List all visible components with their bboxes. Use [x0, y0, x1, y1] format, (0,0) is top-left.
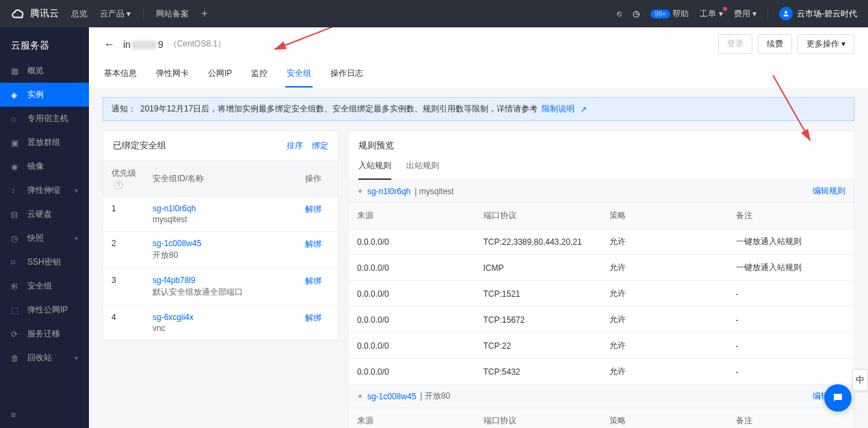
sidebar-icon: ▦ [11, 66, 21, 76]
sidebar-item-label: 快照 [27, 232, 44, 244]
sidebar-item-label: 云硬盘 [27, 209, 52, 220]
rule-group-head: ▼sg-n1l0r6qh | mysqltest编辑规则 [349, 180, 854, 203]
unbind-link[interactable]: 解绑 [305, 313, 321, 323]
sidebar-item-1[interactable]: ◈实例 [0, 83, 89, 107]
nav-divider [143, 8, 144, 19]
unbind-link[interactable]: 解绑 [305, 276, 321, 286]
chat-button[interactable] [824, 384, 852, 412]
nav-workorder[interactable]: 工单 ▾ [700, 8, 722, 20]
table-row: 4sg-6xcgii4xvnc解绑 [103, 306, 338, 340]
tab-0[interactable]: 基本信息 [103, 61, 138, 88]
sidebar-item-11[interactable]: ⟳服务迁移 [0, 322, 89, 346]
sidebar-collapse-icon[interactable]: ≡ [11, 410, 16, 420]
sort-link[interactable]: 排序 [287, 141, 303, 150]
bound-sg-panel: 已绑定安全组 排序 绑定 优先级? 安全组ID/名称 操作 1sg-n1l0r6… [103, 131, 339, 341]
sg-id-link[interactable]: sg-f4pb78l9 [153, 276, 289, 285]
tab-inbound[interactable]: 入站规则 [358, 160, 391, 180]
rule-row: 0.0.0.0/0TCP:22允许- [349, 333, 854, 359]
tab-1[interactable]: 弹性网卡 [155, 61, 190, 88]
tab-4[interactable]: 安全组 [285, 61, 313, 88]
sidebar: 云服务器 ▦概览◈实例⌂专用宿主机▣置放群组◉镜像↕弹性伸缩▾⊟云硬盘◷快照▾⌑… [0, 27, 89, 428]
unbind-link[interactable]: 解绑 [305, 204, 321, 214]
sg-id-link[interactable]: sg-1c008w45 [153, 239, 289, 248]
sidebar-icon: ↕ [11, 186, 21, 196]
login-button[interactable]: 登录 [718, 34, 752, 54]
sg-id-link[interactable]: sg-n1l0r6qh [367, 187, 410, 196]
instance-os: （CentOS8.1） [169, 38, 226, 50]
more-actions-button[interactable]: 更多操作 ▾ [798, 34, 854, 54]
renew-button[interactable]: 续费 [758, 34, 792, 54]
sidebar-item-label: 安全组 [27, 280, 52, 292]
tab-2[interactable]: 公网IP [207, 61, 233, 88]
plus-icon[interactable]: + [201, 8, 207, 20]
help-icon[interactable]: ? [114, 180, 123, 189]
top-nav: 腾讯云 总览 云产品 ▾ 网站备案 + ⎋ ◷ 99+ 帮助 工单 ▾ 费用 ▾… [0, 0, 868, 27]
table-row: 3sg-f4pb78l9默认安全组放通全部端口解绑 [103, 269, 338, 306]
sidebar-icon: 🗑 [11, 353, 21, 363]
instance-name: in9 [123, 39, 163, 50]
sidebar-item-label: 镜像 [27, 161, 44, 172]
sidebar-item-10[interactable]: ⬚弹性公网IP [0, 298, 89, 322]
nav-overview[interactable]: 总览 [71, 8, 88, 20]
nav-products[interactable]: 云产品 ▾ [100, 8, 131, 20]
back-button[interactable]: ← [101, 36, 118, 53]
group-icon[interactable]: ⎋ [617, 9, 622, 18]
sidebar-icon: ⌑ [11, 258, 21, 267]
chevron-down-icon: ▾ [75, 187, 78, 194]
rule-row: 0.0.0.0/0TCP:15672允许- [349, 307, 854, 333]
sg-id-link[interactable]: sg-1c008w45 [367, 392, 416, 401]
content: ← in9 （CentOS8.1） 登录 续费 更多操作 ▾ 基本信息弹性网卡公… [89, 27, 868, 428]
sidebar-item-2[interactable]: ⌂专用宿主机 [0, 107, 89, 131]
tab-outbound[interactable]: 出站规则 [406, 160, 439, 180]
rule-group-head: ▼sg-1c008w45 | 开放80编辑规则 [349, 385, 854, 408]
chevron-down-icon[interactable]: ▼ [357, 393, 363, 400]
sidebar-icon: ⬚ [11, 306, 21, 315]
sg-id-link[interactable]: sg-6xcgii4x [153, 312, 289, 322]
sidebar-item-3[interactable]: ▣置放群组 [0, 131, 89, 155]
chevron-down-icon: ▾ [75, 235, 78, 242]
sidebar-icon: ⟳ [11, 330, 21, 339]
sidebar-item-4[interactable]: ◉镜像 [0, 155, 89, 178]
user-menu[interactable]: 云市场-碧云时代 [779, 7, 857, 21]
sg-id-link[interactable]: sg-n1l0r6qh [153, 204, 289, 213]
sidebar-item-8[interactable]: ⌑SSH密钥 [0, 250, 89, 274]
tab-3[interactable]: 监控 [250, 61, 269, 88]
brand-logo[interactable]: 腾讯云 [11, 6, 59, 21]
sidebar-item-label: SSH密钥 [27, 256, 61, 268]
sidebar-icon: ◷ [11, 234, 21, 243]
table-row: 1sg-n1l0r6qhmysqltest解绑 [103, 197, 338, 232]
rule-row: 0.0.0.0/0TCP:22,3389,80,443,20,21允许一键放通入… [349, 229, 854, 255]
sidebar-icon: ◉ [11, 162, 21, 172]
sidebar-item-6[interactable]: ⊟云硬盘 [0, 202, 89, 226]
notice-link[interactable]: 限制说明 [542, 103, 575, 115]
rule-row: 0.0.0.0/0TCP:1521允许- [349, 281, 854, 307]
unbind-link[interactable]: 解绑 [305, 239, 321, 249]
tab-5[interactable]: 操作日志 [329, 61, 365, 88]
sidebar-item-9[interactable]: ⛨安全组 [0, 274, 89, 298]
lang-switch[interactable]: 中 [852, 369, 868, 391]
rule-row: 0.0.0.0/0TCP:5432允许- [349, 359, 854, 385]
sidebar-item-label: 弹性伸缩 [27, 185, 60, 196]
clock-icon[interactable]: ◷ [633, 9, 640, 18]
edit-rule-link[interactable]: 编辑规则 [813, 185, 845, 197]
sidebar-item-12[interactable]: 🗑回收站▾ [0, 346, 89, 370]
notice-banner: 通知： 2019年12月17日后，将增加实例最多绑定安全组数、安全组绑定最多实例… [103, 97, 854, 121]
chat-icon [832, 392, 844, 404]
nav-help[interactable]: 99+ 帮助 [650, 8, 689, 20]
brand-text: 腾讯云 [30, 8, 59, 20]
nav-beian[interactable]: 网站备案 [156, 8, 189, 20]
sidebar-icon: ▣ [11, 138, 21, 148]
external-link-icon: ↗ [580, 105, 587, 114]
nav-fee[interactable]: 费用 ▾ [734, 8, 757, 20]
cloud-icon [11, 6, 26, 21]
sidebar-icon: ⌂ [11, 114, 21, 124]
bind-link[interactable]: 绑定 [312, 141, 328, 150]
rules-panel: 规则预览 入站规则 出站规则 ▼sg-n1l0r6qh | mysqltest编… [348, 131, 854, 428]
sidebar-item-7[interactable]: ◷快照▾ [0, 226, 89, 250]
sidebar-item-0[interactable]: ▦概览 [0, 59, 89, 83]
sidebar-icon: ⊟ [11, 210, 21, 219]
sidebar-item-5[interactable]: ↕弹性伸缩▾ [0, 178, 89, 202]
sidebar-item-label: 服务迁移 [27, 328, 60, 340]
rule-row: 0.0.0.0/0ICMP允许一键放通入站规则 [349, 255, 854, 281]
chevron-down-icon[interactable]: ▼ [357, 188, 363, 195]
